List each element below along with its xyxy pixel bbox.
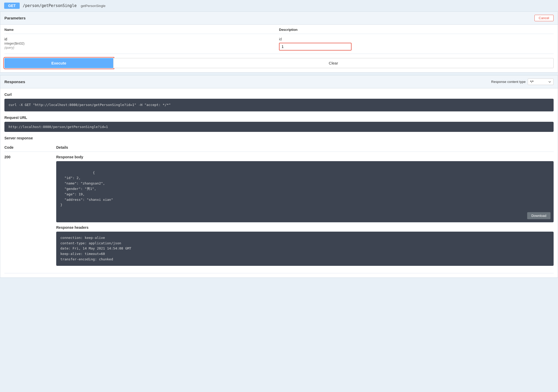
cancel-button[interactable]: Cancel bbox=[534, 15, 554, 21]
param-location: (query) bbox=[4, 46, 279, 49]
response-body-title: Response body bbox=[56, 155, 554, 159]
top-bar: GET /person/getPersonSingle getPersonSin… bbox=[0, 0, 558, 12]
param-input-id[interactable] bbox=[279, 43, 352, 51]
request-url-title: Request URL bbox=[4, 116, 554, 120]
col-name-header: Name bbox=[4, 28, 279, 32]
endpoint-path: /person/getPersonSingle bbox=[23, 3, 77, 8]
param-desc-col: id bbox=[279, 37, 554, 51]
response-code: 200 bbox=[4, 155, 56, 159]
col-description-header: Description bbox=[279, 28, 554, 32]
params-table-header: Name Description bbox=[4, 25, 554, 34]
response-body-block: { "id": 2, "name": "zhangsan2", "gender"… bbox=[56, 161, 554, 222]
responses-section: Responses Response content type */* Curl… bbox=[0, 75, 558, 278]
response-headers-block: connection: keep-alive content-type: app… bbox=[56, 232, 554, 266]
table-row: id integer($int32) (query) id bbox=[4, 34, 554, 54]
content-type-container: Response content type */* bbox=[491, 79, 554, 85]
action-buttons: Execute Clear bbox=[4, 58, 554, 68]
parameters-section: Parameters Cancel Name Description id in… bbox=[0, 12, 558, 73]
curl-block: curl -X GET "http://localhost:8080/perso… bbox=[4, 99, 554, 111]
download-button[interactable]: Download bbox=[527, 212, 550, 219]
responses-header: Responses Response content type */* bbox=[0, 75, 558, 88]
response-headers-title: Response headers bbox=[56, 225, 554, 230]
param-description: id bbox=[279, 37, 554, 41]
server-response-table: Code Details 200 Response body { "id": 2… bbox=[4, 143, 554, 273]
request-url-block: http://localhost:8080/person/getPersonSi… bbox=[4, 122, 554, 132]
server-response-title: Server response bbox=[4, 136, 554, 140]
content-type-label: Response content type bbox=[491, 80, 526, 84]
method-badge: GET bbox=[4, 3, 20, 9]
parameters-title: Parameters bbox=[4, 16, 26, 20]
execute-button[interactable]: Execute bbox=[4, 58, 113, 68]
param-name: id bbox=[4, 37, 279, 41]
params-table: Name Description id integer($int32) (que… bbox=[0, 25, 558, 54]
content-type-select[interactable]: */* bbox=[528, 79, 554, 85]
responses-title: Responses bbox=[4, 80, 25, 84]
parameters-header: Parameters Cancel bbox=[0, 12, 558, 25]
param-name-col: id integer($int32) (query) bbox=[4, 37, 279, 49]
table-row: 200 Response body { "id": 2, "name": "zh… bbox=[4, 152, 554, 273]
details-col-header: Details bbox=[56, 145, 554, 149]
code-col-header: Code bbox=[4, 145, 56, 149]
response-details: Response body { "id": 2, "name": "zhangs… bbox=[56, 155, 554, 270]
page-wrapper: GET /person/getPersonSingle getPersonSin… bbox=[0, 0, 558, 392]
server-response-header: Code Details bbox=[4, 143, 554, 152]
clear-button[interactable]: Clear bbox=[113, 58, 554, 68]
curl-title: Curl bbox=[4, 92, 554, 97]
param-type: integer($int32) bbox=[4, 42, 279, 45]
response-content: Curl curl -X GET "http://localhost:8080/… bbox=[0, 88, 558, 277]
endpoint-operation-id: getPersonSingle bbox=[81, 4, 105, 8]
